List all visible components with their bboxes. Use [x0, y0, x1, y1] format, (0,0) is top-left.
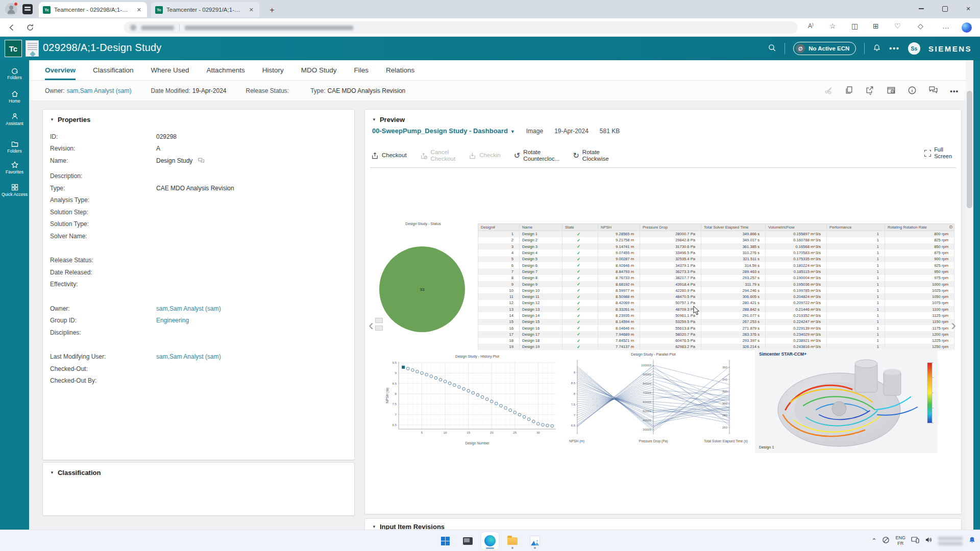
check-icon: ✓: [577, 282, 580, 287]
compare-chat-icon[interactable]: [198, 157, 205, 164]
schedule-icon[interactable]: [887, 86, 896, 96]
checkout-button[interactable]: Checkout: [371, 152, 407, 160]
svg-text:6.5: 6.5: [571, 424, 576, 427]
read-aloud-icon[interactable]: A): [808, 22, 814, 30]
collections-icon[interactable]: ⊞: [873, 22, 879, 30]
windows-logo-icon: [441, 537, 450, 545]
sidebar-item-home[interactable]: Home: [0, 90, 29, 104]
tray-expand-icon[interactable]: ⌃: [871, 537, 876, 544]
tab-overview[interactable]: Overview: [45, 60, 76, 80]
language-switcher[interactable]: ENG FR: [895, 535, 905, 546]
sidebar-item-folders[interactable]: Folders: [0, 140, 29, 154]
svg-text:30: 30: [536, 431, 540, 434]
browser-tab-2[interactable]: Tc Teamcenter - 029291/A;1-Design ✕: [151, 2, 259, 17]
property-row-group-id: Group ID:Engineering: [43, 315, 354, 327]
preview-header[interactable]: ▼ Preview: [365, 110, 961, 123]
window-close-button[interactable]: ✕: [957, 0, 980, 17]
edge-taskbar-button[interactable]: [481, 532, 499, 549]
tab-history[interactable]: History: [262, 60, 284, 80]
scrollbar-thumb[interactable]: [967, 91, 972, 208]
tab-files[interactable]: Files: [354, 60, 369, 80]
file-explorer-button[interactable]: [504, 532, 521, 549]
refresh-icon[interactable]: [23, 21, 37, 34]
window-minimize-button[interactable]: [910, 0, 933, 17]
search-icon[interactable]: [768, 43, 776, 54]
tab-search-icon[interactable]: [22, 4, 33, 14]
settings-menu-icon[interactable]: …: [942, 22, 950, 30]
right-edge-panel: [973, 60, 980, 530]
sidebar-item-assistant[interactable]: Assistant: [0, 112, 29, 126]
more-options-icon[interactable]: •••: [889, 44, 900, 53]
tab-close-icon[interactable]: ✕: [248, 7, 255, 13]
previous-preview-chevron[interactable]: ‹: [369, 320, 374, 330]
classification-header[interactable]: ▼ Classification: [43, 463, 354, 477]
browser-profile-icon[interactable]: [5, 3, 17, 15]
browser-tab-strip: Tc Teamcenter - 029298/A;1-Design ✕ Tc T…: [0, 0, 980, 18]
divider: [370, 167, 956, 168]
vertical-scrollbar[interactable]: [966, 60, 973, 530]
tab-classification[interactable]: Classification: [93, 60, 134, 80]
browser-essentials-icon[interactable]: ♡: [894, 22, 901, 30]
input-item-revisions-title: Input Item Revisions: [380, 523, 445, 530]
volume-icon[interactable]: [925, 536, 933, 545]
tab-relations[interactable]: Relations: [386, 60, 414, 80]
copy-icon[interactable]: [845, 86, 853, 96]
tab-attachments[interactable]: Attachments: [207, 60, 245, 80]
properties-header[interactable]: ▼ Properties: [43, 110, 354, 123]
favorites-star-icon[interactable]: ☆: [829, 22, 836, 30]
sidebar-item-favorites[interactable]: Favorites: [0, 161, 29, 174]
teamcenter-logo[interactable]: Tc: [5, 40, 22, 57]
photos-button[interactable]: [526, 532, 544, 549]
new-tab-button[interactable]: +: [266, 5, 278, 16]
table-row: 15Design 15✓8.14594 m53259.5 Pa267.253 s…: [478, 319, 954, 325]
collapse-triangle-icon: ▼: [50, 470, 54, 475]
sidebar-item-folders[interactable]: Folders: [0, 66, 29, 80]
more-actions-icon[interactable]: •••: [950, 87, 959, 95]
extensions-icon[interactable]: ◇: [918, 22, 923, 30]
notification-bell-icon[interactable]: [968, 536, 976, 546]
do-not-disturb-icon[interactable]: [882, 536, 890, 546]
property-row-effectivity: Effectivity:: [43, 279, 354, 291]
ecn-badge[interactable]: ∅ No Active ECN: [793, 42, 856, 55]
start-button[interactable]: [436, 532, 454, 549]
split-screen-icon[interactable]: ◫: [851, 22, 858, 30]
property-row-date-released: Date Released:: [43, 266, 354, 279]
site-info-icon[interactable]: [130, 24, 136, 31]
svg-text:8: 8: [574, 392, 576, 395]
user-avatar[interactable]: Ss: [908, 42, 920, 55]
sidebar-item-quick-access[interactable]: Quick Access: [0, 183, 29, 197]
open-share-icon[interactable]: [865, 85, 875, 96]
column-header-volumetricflow: VolumetricFlow: [766, 224, 827, 231]
teamcenter-app: Tc 029298/A;1-Design Study ∅ No Active E…: [0, 37, 980, 530]
property-row-description: Description:: [43, 170, 354, 183]
next-preview-chevron[interactable]: ›: [951, 320, 956, 330]
notifications-bell-icon[interactable]: [873, 44, 881, 54]
table-row: 3Design 3✓9.14741 m31730.6 Pa361.385 s0.…: [478, 243, 954, 249]
cast-device-icon[interactable]: [911, 536, 919, 545]
copilot-icon[interactable]: [962, 22, 972, 33]
table-row: 5Design 5✓9.00287 m32535.4 Pa321.511 s0.…: [478, 256, 954, 262]
conversation-icon[interactable]: [928, 86, 938, 96]
tab-mdo-study[interactable]: MDO Study: [301, 60, 337, 80]
dataset-date: 19-Apr-2024: [554, 128, 589, 135]
browser-tab-1[interactable]: Tc Teamcenter - 029298/A;1-Design ✕: [39, 2, 147, 17]
rotate-counterclockwise-button[interactable]: ↺ Rotate Countercloc...: [514, 149, 560, 162]
grid-icon: [11, 183, 19, 191]
info-release-status: Release Status:: [246, 87, 291, 94]
back-icon[interactable]: [5, 21, 18, 34]
rotate-clockwise-button[interactable]: ↻ Rotate Clockwise: [573, 149, 608, 162]
svg-text:33: 33: [420, 287, 425, 292]
input-item-revisions-header[interactable]: ▼ Input Item Revisions: [365, 519, 961, 530]
tab-close-icon[interactable]: ✕: [135, 7, 143, 13]
check-icon: ✓: [577, 263, 580, 268]
address-bar[interactable]: [124, 21, 798, 34]
full-screen-button[interactable]: Full Screen: [924, 146, 952, 160]
clock-blurred[interactable]: [938, 537, 963, 545]
dataset-selector[interactable]: 00-SweepPump_Design Study - Dashboard▼: [372, 127, 515, 135]
svg-text:NPSH (m): NPSH (m): [385, 388, 389, 404]
info-icon[interactable]: [908, 86, 917, 96]
app-window-icon[interactable]: [459, 532, 476, 549]
tab-where-used[interactable]: Where Used: [151, 60, 189, 80]
window-maximize-button[interactable]: [933, 0, 957, 17]
check-icon: ✓: [577, 325, 580, 331]
